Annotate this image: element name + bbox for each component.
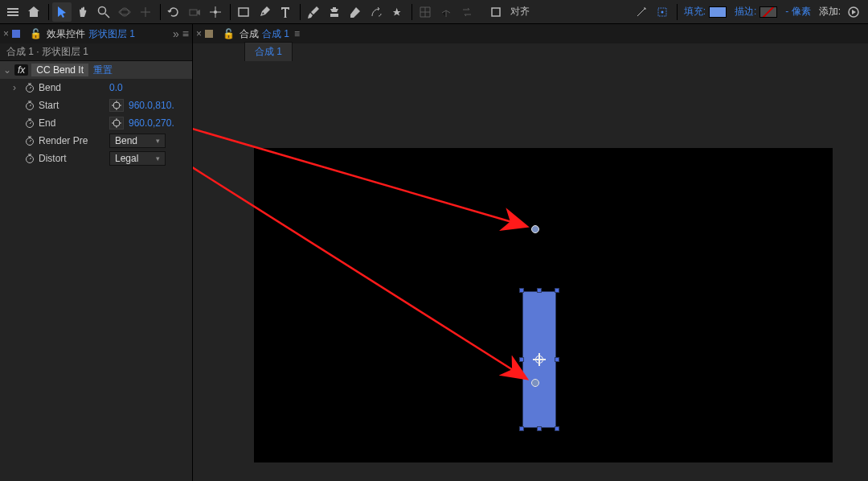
breadcrumb-text: 合成 1 · 形状图层 1: [6, 45, 88, 59]
snap-edge-icon[interactable]: [632, 2, 651, 22]
pen-tool-icon[interactable]: [255, 2, 274, 22]
stopwatch-icon[interactable]: [24, 82, 35, 93]
crosshair-button[interactable]: [109, 99, 124, 112]
prop-label: Distort: [39, 153, 109, 164]
panel-tab-bar: × 🔓 效果控件 形状图层 1 » ≡: [0, 24, 192, 43]
puppet-tool-icon[interactable]: [387, 2, 407, 22]
comp-tab-label[interactable]: 合成: [240, 27, 259, 41]
breadcrumb-tabs: 合成 1: [193, 43, 868, 61]
selection-tool-icon[interactable]: [52, 2, 72, 22]
prop-label: End: [39, 117, 109, 129]
prop-label: Start: [39, 100, 109, 111]
hand-tool-icon[interactable]: [73, 2, 92, 22]
svg-rect-5: [239, 8, 248, 16]
fill-label[interactable]: 填充:: [684, 5, 706, 18]
effect-header[interactable]: ⌄ fx CC Bend It 重置: [0, 61, 192, 79]
svg-rect-6: [492, 8, 500, 16]
add-label[interactable]: 添加:: [819, 5, 841, 18]
top-toolbar: 对齐 填充: 描边: - 像素 添加:: [0, 0, 868, 24]
close-icon[interactable]: ×: [3, 28, 9, 39]
lock-icon[interactable]: 🔓: [30, 28, 42, 39]
axis-icon: [436, 2, 456, 22]
camera-tool-icon[interactable]: [185, 2, 204, 22]
square-icon[interactable]: [486, 2, 506, 22]
svg-point-12: [113, 102, 120, 109]
prop-value[interactable]: 0.0: [109, 82, 123, 93]
brush-tool-icon[interactable]: [304, 2, 323, 22]
fill-swatch[interactable]: [709, 6, 727, 18]
rectangle-tool-icon[interactable]: [234, 2, 253, 22]
prop-value[interactable]: 960.0,270.: [129, 117, 174, 129]
roto-tool-icon[interactable]: [366, 2, 386, 22]
close-icon[interactable]: ×: [196, 28, 202, 39]
stroke-label[interactable]: 描边:: [735, 5, 756, 18]
stopwatch-icon[interactable]: [24, 100, 35, 111]
svg-rect-3: [190, 10, 197, 15]
panel-tab-label[interactable]: 效果控件: [47, 27, 85, 41]
mesh-icon: [416, 2, 435, 22]
distort-dropdown[interactable]: Legal: [109, 151, 166, 166]
prop-label: Render Pre: [39, 135, 109, 146]
prop-label: Bend: [39, 82, 109, 93]
comp-tab-link[interactable]: 合成 1: [262, 27, 289, 41]
stopwatch-icon[interactable]: [24, 153, 35, 164]
panel-menu-icon[interactable]: ≡: [294, 28, 300, 39]
crosshair-button[interactable]: [109, 117, 124, 130]
stroke-width-label[interactable]: - 像素: [785, 5, 810, 18]
start-point-handle[interactable]: [531, 379, 539, 387]
text-tool-icon[interactable]: [276, 2, 295, 22]
breadcrumb: 合成 1 · 形状图层 1: [0, 43, 192, 61]
twirl-icon[interactable]: ›: [13, 82, 21, 93]
composition-panel: × 🔓 合成 合成 1 ≡ 合成 1: [193, 24, 868, 481]
end-point-handle[interactable]: [531, 225, 539, 233]
svg-point-14: [113, 120, 120, 126]
prop-distort: Distort Legal: [0, 150, 192, 167]
composition-canvas[interactable]: [254, 148, 833, 462]
effect-name[interactable]: CC Bend It: [31, 64, 88, 76]
panel-menu-icon[interactable]: ≡: [182, 27, 189, 40]
home-icon[interactable]: [24, 2, 43, 22]
fx-badge-icon[interactable]: fx: [14, 64, 28, 76]
prop-value[interactable]: 960.0,810.: [129, 100, 174, 111]
svg-point-0: [99, 6, 106, 14]
prop-render-pre: Render Pre Bend: [0, 132, 192, 150]
menu-icon[interactable]: [3, 2, 23, 22]
zoom-tool-icon[interactable]: [94, 2, 113, 22]
stopwatch-icon[interactable]: [24, 135, 35, 146]
shape-layer[interactable]: [523, 292, 555, 427]
stopwatch-icon[interactable]: [24, 117, 35, 129]
reset-link[interactable]: 重置: [93, 64, 113, 77]
viewport[interactable]: [193, 61, 868, 481]
orbit-tool-icon[interactable]: [115, 2, 134, 22]
effect-controls-panel: × 🔓 效果控件 形状图层 1 » ≡ 合成 1 · 形状图层 1 ⌄ fx C…: [0, 24, 193, 481]
layer-color-swatch: [12, 30, 20, 38]
composition-tab-bar: × 🔓 合成 合成 1 ≡: [193, 24, 868, 43]
effect-twirl-icon[interactable]: ⌄: [3, 64, 11, 76]
eraser-tool-icon[interactable]: [346, 2, 365, 22]
comp-subtab[interactable]: 合成 1: [244, 42, 293, 61]
camera-pan-tool-icon[interactable]: [136, 2, 155, 22]
lock-icon[interactable]: 🔓: [223, 28, 235, 39]
clone-stamp-tool-icon[interactable]: [325, 2, 344, 22]
prop-bend: › Bend 0.0: [0, 79, 192, 97]
rotate-tool-icon[interactable]: [164, 2, 183, 22]
svg-point-8: [661, 10, 663, 13]
swap-icon: [457, 2, 477, 22]
stroke-swatch[interactable]: [760, 6, 777, 18]
panel-tab-layer-link[interactable]: 形状图层 1: [88, 27, 135, 41]
prop-end: End 960.0,270.: [0, 114, 192, 132]
comp-color-swatch: [205, 30, 213, 38]
snap-grid-icon[interactable]: [653, 2, 672, 22]
panel-next-icon[interactable]: »: [173, 27, 179, 40]
anchor-tool-icon[interactable]: [206, 2, 225, 22]
add-button-icon[interactable]: [844, 2, 863, 22]
align-label[interactable]: 对齐: [510, 5, 530, 18]
render-pre-dropdown[interactable]: Bend: [109, 134, 166, 148]
prop-start: Start 960.0,810.: [0, 97, 192, 114]
anchor-point-icon[interactable]: [533, 353, 546, 366]
